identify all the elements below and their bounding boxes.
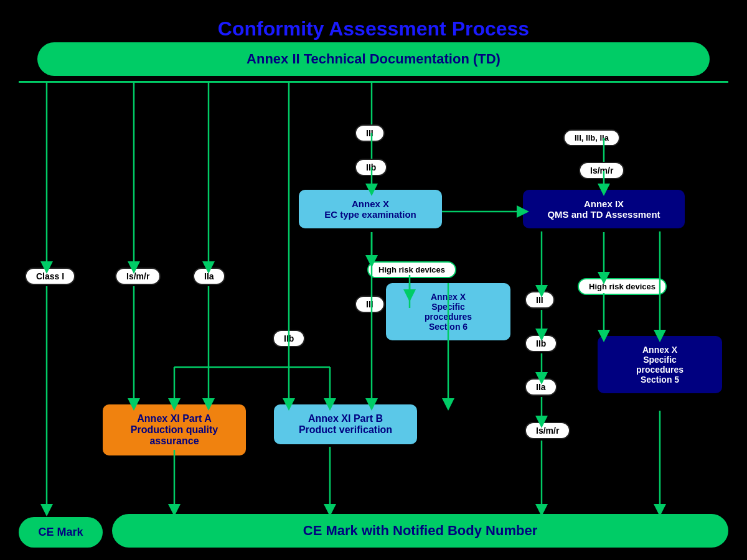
iib-left-pill: IIb	[273, 330, 305, 347]
annex-ix-box: Annex IXQMS and TD Assessment	[523, 190, 685, 228]
iii-iib-iia-far-right-pill: III, IIb, IIa	[563, 129, 620, 146]
annex-x-sec6-box: Annex XSpecificproceduresSection 6	[386, 283, 510, 340]
ce-mark-left: CE Mark	[19, 517, 103, 548]
iii-center-pill: III	[355, 296, 385, 313]
high-risk-far-right-pill: High risk devices	[578, 278, 667, 295]
ls-m-r-right-pill: Is/m/r	[525, 422, 570, 439]
iia-left-pill: IIa	[193, 268, 225, 285]
ce-mark-notified: CE Mark with Notified Body Number	[112, 514, 728, 548]
class-i-pill: Class I	[25, 268, 75, 285]
annex-x-box: Annex XEC type examination	[299, 190, 442, 228]
high-risk-center-pill: High risk devices	[367, 261, 456, 278]
annex-xi-a-box: Annex XI Part AProduction qualityassuran…	[103, 404, 246, 455]
iib-top-center-pill: IIb	[355, 159, 387, 176]
ls-m-r-far-right-pill: Is/m/r	[579, 162, 624, 179]
iii-right-pill: III	[525, 291, 555, 309]
annex-x-sec5-box: Annex XSpecificproceduresSection 5	[598, 336, 722, 393]
annex-ii-banner: Annex II Technical Documentation (TD)	[19, 42, 728, 76]
divider-line	[19, 81, 728, 83]
annex-xi-b-box: Annex XI Part BProduct verification	[274, 404, 417, 444]
iii-top-center-pill: III	[355, 124, 385, 142]
iia-right-pill: IIa	[525, 378, 557, 396]
ls-m-r-left-pill: Is/m/r	[115, 268, 161, 285]
iib-right-pill: IIb	[525, 335, 557, 352]
